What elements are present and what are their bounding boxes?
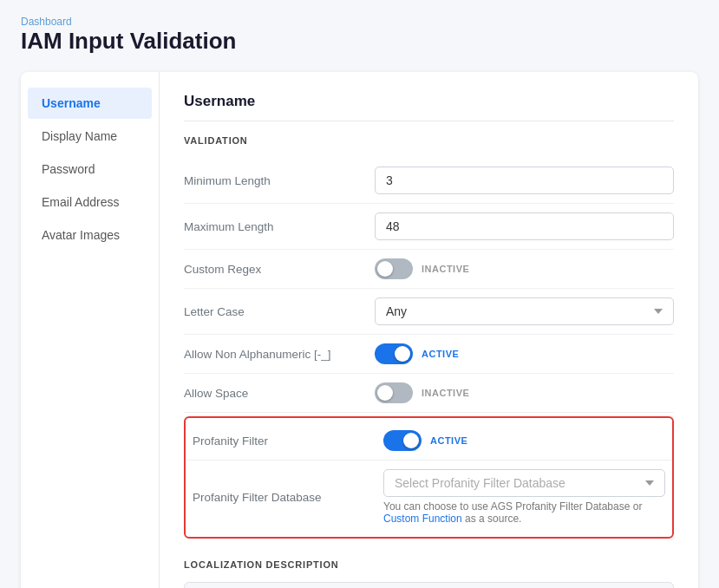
sidebar-item-username[interactable]: Username (28, 88, 152, 119)
allow-non-alpha-toggle-wrap: ACTIVE (375, 343, 674, 364)
custom-regex-status: INACTIVE (422, 264, 469, 274)
breadcrumb-link[interactable]: Dashboard (21, 16, 72, 28)
allow-space-row: Allow Space INACTIVE (184, 374, 674, 413)
minimum-length-control (375, 167, 674, 194)
profanity-filter-status: ACTIVE (430, 435, 467, 446)
validation-label: VALIDATION (184, 135, 674, 146)
allow-non-alpha-toggle[interactable] (375, 343, 413, 364)
letter-case-select[interactable]: Any Upper Lower (375, 297, 674, 325)
profanity-section: Profanity Filter ACTIVE Profanity Filter… (184, 416, 674, 539)
custom-regex-row: Custom Regex INACTIVE (184, 250, 674, 289)
maximum-length-label: Maximum Length (184, 220, 375, 233)
custom-regex-thumb (377, 261, 393, 277)
custom-function-link[interactable]: Custom Function (383, 513, 462, 525)
letter-case-label: Letter Case (184, 305, 375, 318)
custom-regex-toggle[interactable] (375, 258, 413, 279)
allow-non-alpha-control: ACTIVE (375, 343, 674, 364)
maximum-length-control (375, 212, 674, 240)
sidebar: Username Display Name Password Email Add… (21, 72, 160, 588)
section-title: Username (184, 93, 674, 121)
sidebar-item-email[interactable]: Email Address (28, 186, 152, 218)
page-title: IAM Input Validation (21, 28, 698, 55)
sidebar-item-display-name[interactable]: Display Name (28, 121, 152, 152)
profanity-filter-toggle[interactable] (383, 430, 422, 451)
minimum-length-label: Minimum Length (184, 174, 375, 187)
profanity-filter-row: Profanity Filter ACTIVE (186, 421, 672, 461)
letter-case-row: Letter Case Any Upper Lower (184, 289, 674, 335)
custom-regex-control: INACTIVE (375, 258, 674, 279)
localization-section: LOCALIZATION DESCRIPTION + Add Localizat… (184, 559, 674, 588)
profanity-filter-control: ACTIVE (383, 430, 665, 451)
minimum-length-row: Minimum Length (184, 158, 674, 204)
maximum-length-row: Maximum Length (184, 204, 674, 250)
profanity-db-row: Profanity Filter Database Select Profani… (186, 461, 672, 533)
profanity-db-helper: You can choose to use AGS Profanity Filt… (383, 500, 665, 525)
allow-space-control: INACTIVE (375, 382, 674, 403)
allow-space-label: Allow Space (184, 387, 375, 400)
allow-non-alpha-status: ACTIVE (422, 349, 459, 359)
profanity-filter-thumb (403, 433, 419, 448)
allow-space-toggle[interactable] (375, 382, 413, 403)
custom-regex-label: Custom Regex (184, 263, 375, 276)
maximum-length-input[interactable] (375, 212, 674, 240)
add-localization-button[interactable]: + Add Localization Description (184, 582, 674, 588)
main-layout: Username Display Name Password Email Add… (21, 72, 698, 588)
profanity-db-control: Select Profanity Filter Database AGS Pro… (383, 469, 665, 525)
profanity-filter-toggle-wrap: ACTIVE (383, 430, 665, 451)
allow-space-status: INACTIVE (422, 388, 469, 398)
allow-non-alpha-row: Allow Non Alphanumeric [-_] ACTIVE (184, 335, 674, 374)
allow-space-thumb (377, 385, 393, 401)
minimum-length-input[interactable] (375, 167, 674, 194)
content-area: Username VALIDATION Minimum Length Maxim… (160, 72, 698, 588)
allow-space-toggle-wrap: INACTIVE (375, 382, 674, 403)
allow-non-alpha-label: Allow Non Alphanumeric [-_] (184, 348, 375, 361)
letter-case-control: Any Upper Lower (375, 297, 674, 325)
custom-regex-toggle-wrap: INACTIVE (375, 258, 674, 279)
breadcrumb[interactable]: Dashboard (21, 14, 698, 28)
profanity-db-select[interactable]: Select Profanity Filter Database AGS Pro… (383, 469, 665, 497)
localization-label: LOCALIZATION DESCRIPTION (184, 559, 674, 570)
sidebar-item-avatar[interactable]: Avatar Images (28, 219, 152, 251)
allow-non-alpha-thumb (395, 346, 410, 362)
profanity-db-label: Profanity Filter Database (193, 491, 383, 504)
profanity-filter-label: Profanity Filter (193, 434, 383, 448)
sidebar-item-password[interactable]: Password (28, 154, 152, 185)
